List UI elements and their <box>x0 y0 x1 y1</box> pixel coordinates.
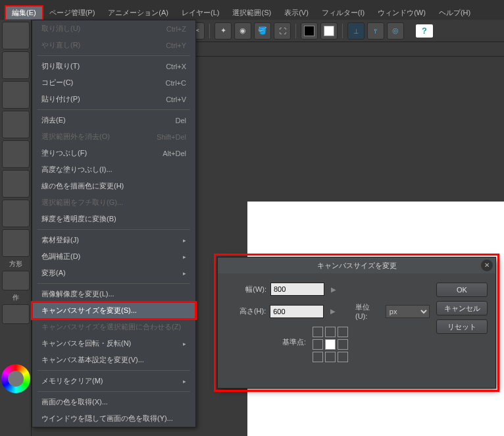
tool-eraser[interactable] <box>2 170 30 198</box>
unit-label: 単位(U): <box>355 302 382 320</box>
tool-select[interactable] <box>2 22 30 49</box>
mi-canvas-to-sel[interactable]: キャンバスサイズを選択範囲に合わせる(Z) <box>32 319 195 335</box>
unit-select[interactable]: px <box>386 305 430 318</box>
height-input[interactable] <box>270 305 324 318</box>
anchor-br[interactable] <box>338 352 348 362</box>
mi-adv-fill[interactable]: 高度な塗りつぶし(I)... <box>32 161 195 178</box>
sidebar-label-2: 作 <box>0 293 31 302</box>
tool-pen[interactable] <box>2 111 30 138</box>
menu-layer[interactable]: レイヤー(L) <box>175 6 226 20</box>
tool-marquee[interactable] <box>2 51 30 79</box>
globe-icon[interactable]: ◎ <box>387 22 404 40</box>
anchor-label: 基準点: <box>226 337 306 347</box>
mi-cut[interactable]: 切り取り(T)Ctrl+X <box>32 58 195 74</box>
tool-shape[interactable] <box>2 271 30 290</box>
mi-clear-outside[interactable]: 選択範囲外を消去(O)Shift+Del <box>32 128 195 145</box>
mi-paste[interactable]: 貼り付け(P)Ctrl+V <box>32 91 195 107</box>
menu-page[interactable]: ページ管理(P) <box>43 6 102 20</box>
mi-copy[interactable]: コピー(C)Ctrl+C <box>32 74 195 91</box>
width-input[interactable] <box>270 283 324 296</box>
arrow-icon[interactable]: ▶ <box>330 308 336 315</box>
anchor-tr[interactable] <box>338 327 348 337</box>
menu-edit[interactable]: 編集(E) <box>5 6 43 20</box>
anchor-mr[interactable] <box>338 339 348 350</box>
mi-material-reg[interactable]: 素材登録(J) <box>32 232 195 248</box>
mi-hide-get-color[interactable]: ウインドウを隠して画面の色を取得(Y)... <box>32 410 195 427</box>
mi-canvas-size[interactable]: キャンバスサイズを変更(S)... <box>32 302 195 319</box>
ruler-icon[interactable]: ⫯ <box>367 22 384 40</box>
tool-paint[interactable] <box>2 140 30 168</box>
mi-redo[interactable]: やり直し(R)Ctrl+Y <box>32 37 195 53</box>
tool-brush[interactable] <box>2 81 30 109</box>
dialog-close-icon[interactable]: ✕ <box>481 259 493 271</box>
tool-create[interactable] <box>2 304 30 324</box>
stamp-icon[interactable]: ◉ <box>234 22 251 40</box>
tool-blend[interactable] <box>2 229 30 257</box>
color-wheel[interactable] <box>1 364 30 393</box>
bucket-icon[interactable]: 🪣 <box>254 22 271 40</box>
anchor-bl[interactable] <box>313 352 323 362</box>
tool-sidebar: 方形 作 <box>0 20 32 436</box>
menu-filter[interactable]: フィルター(I) <box>315 6 371 20</box>
star-icon[interactable]: ✦ <box>214 22 232 40</box>
menubar: 編集(E) ページ管理(P) アニメーション(A) レイヤー(L) 選択範囲(S… <box>0 5 504 20</box>
sidebar-label-1: 方形 <box>0 259 31 269</box>
menu-animation[interactable]: アニメーション(A) <box>101 6 175 20</box>
transform-icon[interactable]: ⛶ <box>274 22 291 40</box>
mi-clear[interactable]: 消去(E)Del <box>32 112 195 128</box>
menu-select[interactable]: 選択範囲(S) <box>226 6 278 20</box>
mi-bri-to-opa[interactable]: 輝度を透明度に変換(B) <box>32 211 195 227</box>
width-label: 幅(W): <box>226 285 266 294</box>
mi-canvas-rotate[interactable]: キャンバスを回転・反転(N) <box>32 335 195 352</box>
edit-dropdown: 取り消し(U)Ctrl+Z やり直し(R)Ctrl+Y 切り取り(T)Ctrl+… <box>32 20 196 427</box>
color-swatch-white[interactable] <box>320 22 338 40</box>
anchor-ml[interactable] <box>313 339 323 350</box>
menu-help[interactable]: ヘルプ(H) <box>432 6 477 20</box>
anchor-bc[interactable] <box>325 352 336 362</box>
mi-undo[interactable]: 取り消し(U)Ctrl+Z <box>32 20 195 37</box>
arrow-icon[interactable]: ▶ <box>331 286 336 293</box>
help-button[interactable]: ? <box>416 24 433 38</box>
menu-window[interactable]: ウィンドウ(W) <box>371 6 432 20</box>
height-label: 高さ(H): <box>226 306 266 316</box>
canvas-size-dialog: キャンバスサイズを変更 ✕ 幅(W): ▶ 高さ(H): ▶ 単位(U): px… <box>217 257 496 389</box>
mi-transform[interactable]: 変形(A) <box>32 265 195 281</box>
mi-get-color[interactable]: 画面の色を取得(X)... <box>32 394 195 410</box>
mi-tone-correction[interactable]: 色調補正(D) <box>32 248 195 265</box>
mi-line-to-draw[interactable]: 線の色を描画色に変更(H) <box>32 178 195 194</box>
anchor-center[interactable] <box>325 339 336 350</box>
ok-button[interactable]: OK <box>436 283 488 297</box>
mi-change-resolution[interactable]: 画像解像度を変更(L)... <box>32 286 195 302</box>
mi-canvas-basic[interactable]: キャンバス基本設定を変更(V)... <box>32 352 195 368</box>
tool-dots[interactable] <box>2 200 30 227</box>
mi-fill[interactable]: 塗りつぶし(F)Alt+Del <box>32 145 195 161</box>
reset-button[interactable]: リセット <box>436 319 488 334</box>
color-swatch-black[interactable] <box>301 22 318 40</box>
anchor-tl[interactable] <box>313 327 323 337</box>
snap-icon[interactable]: ⟂ <box>347 22 365 40</box>
anchor-tc[interactable] <box>325 327 336 337</box>
menu-view[interactable]: 表示(V) <box>278 6 315 20</box>
mi-memory-clear[interactable]: メモリをクリア(M) <box>32 373 195 389</box>
cancel-button[interactable]: キャンセル <box>436 301 488 315</box>
anchor-grid <box>313 327 348 362</box>
mi-sel-border[interactable]: 選択範囲をフチ取り(G)... <box>32 194 195 211</box>
dialog-title: キャンバスサイズを変更 ✕ <box>218 258 495 273</box>
